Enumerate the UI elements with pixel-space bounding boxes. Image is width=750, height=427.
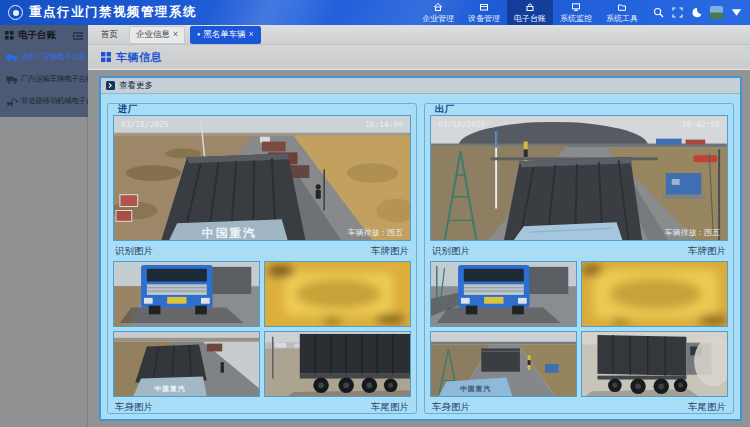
section-grid-icon <box>101 52 111 62</box>
exit-group: 出厂 <box>424 103 734 414</box>
active-dot-icon: ● <box>197 32 200 38</box>
body-image-label: 车身图片 <box>432 401 470 414</box>
entry-recognition-scene: 中国重汽 03/18/2025 16:14:09 车辆排放：国五 <box>114 116 410 240</box>
exit-front-scene <box>431 262 576 326</box>
nav-label: 系统工具 <box>606 13 638 24</box>
truck-brand-overlay: 中国重汽 <box>155 385 186 393</box>
nav-system-tools[interactable]: 系统工具 <box>599 0 645 25</box>
exit-plate-image[interactable] <box>581 261 728 327</box>
tail-image-label: 车尾图片 <box>371 401 409 414</box>
entry-group-label: 进厂 <box>115 103 140 114</box>
entry-plate-image[interactable] <box>264 261 411 327</box>
timestamp-date: 03/18/2025 <box>438 120 486 129</box>
folder-icon <box>617 2 627 12</box>
sidebar-title: 电子台账 <box>18 29 56 42</box>
sidebar-item-gate-vehicle-ledger[interactable]: 进出厂车辆电子台账 <box>0 46 88 68</box>
entry-tail-scene <box>265 332 410 396</box>
truck-brand-overlay: 中国重汽 <box>460 385 491 393</box>
exit-group-label: 出厂 <box>432 103 457 114</box>
entry-label-row-2: 车身图片 车尾图片 <box>113 400 411 414</box>
building-icon <box>433 2 443 12</box>
sidebar-empty-area <box>0 117 88 427</box>
collapse-menu-icon[interactable] <box>73 32 83 40</box>
exit-recognition-scene: 03/18/2025 16:42:58 车辆排放：国五 <box>431 116 727 240</box>
timestamp-time: 16:14:09 <box>365 120 403 129</box>
nav-label: 企业管理 <box>422 13 454 24</box>
emission-overlay: 车辆排放：国五 <box>347 228 403 237</box>
dark-mode-moon-icon[interactable] <box>691 7 702 18</box>
exit-front-image[interactable] <box>430 261 577 327</box>
tab-blacklist-vehicles[interactable]: ● 黑名单车辆 × <box>190 26 261 44</box>
page-title: 车辆信息 <box>116 50 162 65</box>
sidebar-item-nonroad-machinery-ledger[interactable]: 非道路移动机械电子台账 <box>0 90 88 112</box>
sidebar-item-internal-transport-ledger[interactable]: 厂内运输车辆电子台账 <box>0 68 88 90</box>
brand: 重点行业门禁视频管理系统 <box>8 4 197 21</box>
sidebar-header: 电子台账 <box>0 25 88 46</box>
tail-image-label: 车尾图片 <box>688 401 726 414</box>
plate-image-label: 车牌图片 <box>371 245 409 258</box>
tab-home[interactable]: 首页 <box>95 27 124 43</box>
sidebar-item-label: 厂内运输车辆电子台账 <box>21 74 93 84</box>
device-icon <box>479 2 489 12</box>
entry-tail-image[interactable] <box>264 331 411 397</box>
timestamp-date: 03/18/2025 <box>121 120 169 129</box>
view-more-button[interactable]: 查看更多 <box>119 80 153 92</box>
fullscreen-icon[interactable] <box>672 7 683 18</box>
entry-body-scene: 中国重汽 <box>114 332 259 396</box>
entry-front-scene <box>114 262 259 326</box>
user-avatar[interactable] <box>710 6 723 19</box>
exit-tail-image[interactable] <box>581 331 728 397</box>
chevron-down-icon[interactable] <box>731 7 742 18</box>
recognition-image-label: 识别图片 <box>432 245 470 258</box>
top-header: 重点行业门禁视频管理系统 企业管理 设备管理 电子台账 系统监控 系统工具 <box>0 0 750 25</box>
sidebar: 电子台账 进出厂车辆电子台账 厂内运输车辆电子台账 非道路移动机械电子台账 <box>0 25 88 427</box>
panel-header: 查看更多 <box>101 78 740 94</box>
truck-icon <box>6 53 18 62</box>
tab-label: 首页 <box>101 29 118 41</box>
vehicle-images-panel: 查看更多 进厂 <box>99 76 742 421</box>
section-header: 车辆信息 <box>88 45 750 70</box>
app-title: 重点行业门禁视频管理系统 <box>29 4 197 21</box>
top-nav: 企业管理 设备管理 电子台账 系统监控 系统工具 <box>415 0 645 25</box>
entry-body-image[interactable]: 中国重汽 <box>113 331 260 397</box>
sidebar-item-label: 进出厂车辆电子台账 <box>21 52 86 62</box>
exit-label-row-2: 车身图片 车尾图片 <box>430 400 728 414</box>
exit-recognition-image[interactable]: 03/18/2025 16:42:58 车辆排放：国五 <box>430 115 728 241</box>
exit-label-row-1: 识别图片 车牌图片 <box>430 244 728 258</box>
tab-enterprise-info[interactable]: 企业信息 × <box>129 26 185 44</box>
search-icon[interactable] <box>653 7 664 18</box>
main-area: 首页 企业信息 × ● 黑名单车辆 × 车辆信息 查看更多 <box>88 25 750 427</box>
nav-device-management[interactable]: 设备管理 <box>461 0 507 25</box>
entry-label-row-1: 识别图片 车牌图片 <box>113 244 411 258</box>
exit-body-scene: 中国重汽 <box>431 332 576 396</box>
truck-icon <box>6 75 18 84</box>
nav-system-monitor[interactable]: 系统监控 <box>553 0 599 25</box>
close-tab-icon[interactable]: × <box>249 30 254 39</box>
recognition-image-label: 识别图片 <box>115 245 153 258</box>
nav-enterprise-management[interactable]: 企业管理 <box>415 0 461 25</box>
truck-brand-overlay: 中国重汽 <box>202 226 257 240</box>
nav-label: 设备管理 <box>468 13 500 24</box>
entry-front-image[interactable] <box>113 261 260 327</box>
nav-label: 电子台账 <box>514 13 546 24</box>
exit-body-image[interactable]: 中国重汽 <box>430 331 577 397</box>
entry-group: 进厂 <box>107 103 417 414</box>
nav-label: 系统监控 <box>560 13 592 24</box>
panel-body: 进厂 <box>101 94 740 419</box>
apps-grid-icon <box>5 31 14 40</box>
lock-icon <box>525 2 535 12</box>
exit-tail-scene <box>582 332 727 396</box>
monitor-icon <box>571 2 581 12</box>
tab-label: 黑名单车辆 <box>203 29 246 41</box>
nav-electronic-ledger[interactable]: 电子台账 <box>507 0 553 25</box>
timestamp-time: 16:42:58 <box>682 120 720 129</box>
body-image-label: 车身图片 <box>115 401 153 414</box>
close-tab-icon[interactable]: × <box>173 30 178 39</box>
excavator-icon <box>6 97 18 106</box>
exit-plate-scene <box>582 262 727 326</box>
plate-image-label: 车牌图片 <box>688 245 726 258</box>
entry-recognition-image[interactable]: 中国重汽 03/18/2025 16:14:09 车辆排放：国五 <box>113 115 411 241</box>
app-logo-icon <box>8 5 23 20</box>
emission-overlay: 车辆排放：国五 <box>664 228 720 237</box>
sidebar-menu: 电子台账 进出厂车辆电子台账 厂内运输车辆电子台账 非道路移动机械电子台账 <box>0 25 88 117</box>
